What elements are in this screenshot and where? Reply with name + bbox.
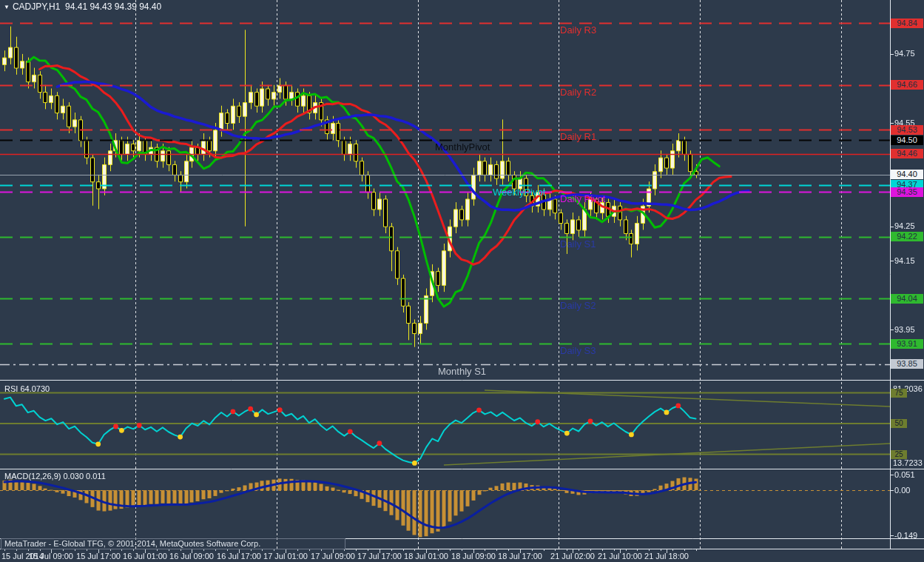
price-chart-canvas[interactable] <box>0 0 924 562</box>
chart-window: ▼CADJPY,H1 94.41 94.43 94.39 94.40 RSI 6… <box>0 0 924 562</box>
